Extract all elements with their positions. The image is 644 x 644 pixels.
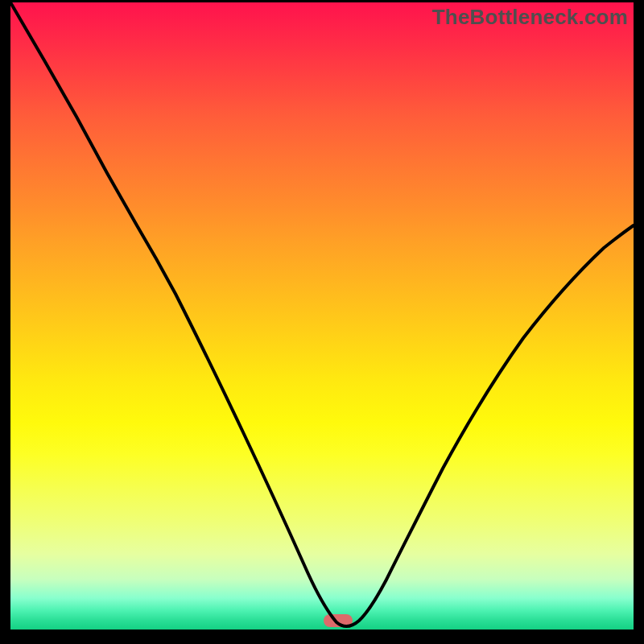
watermark-label: TheBottleneck.com [432,5,628,30]
curve-path [10,2,634,626]
x-axis-baseline [10,630,634,635]
bottleneck-curve [0,0,644,644]
